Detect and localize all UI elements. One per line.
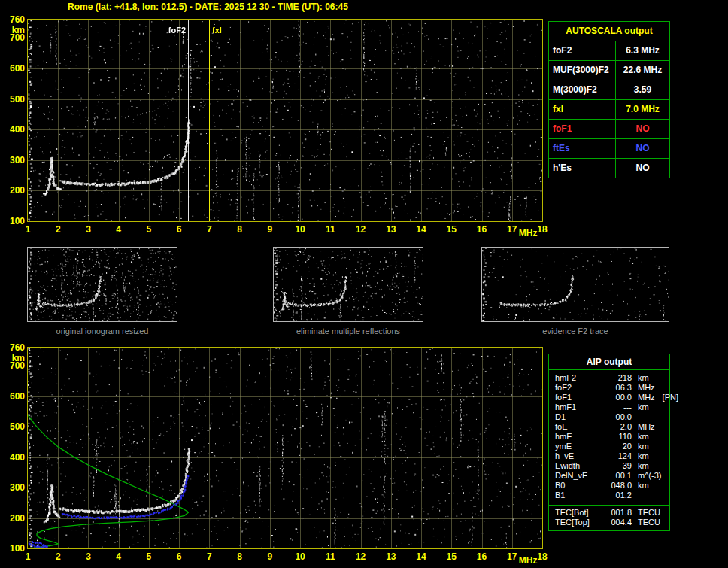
thumbnail-f2-trace-canvas [482,248,669,321]
y-tick-label: 300 [2,482,25,493]
aip-row-unit: TECU [632,508,668,518]
x-tick-label: 5 [147,551,152,562]
aip-row-unit: km [632,373,668,383]
autoscala-output-table: AUTOSCALA output foF26.3 MHzMUF(3000)F22… [548,21,670,178]
x-tick-label: 8 [237,551,242,562]
aip-output-panel: AIP output hmF2218kmfoF206.3MHzfoF100.0M… [548,354,670,531]
y-tick-label: 760 [2,14,25,25]
aip-row-foF2: foF206.3MHz [555,383,668,393]
aip-row-unit: m^(-3) [632,471,668,481]
x-tick-label: 17 [507,224,517,235]
aip-row-label: hmF2 [555,373,603,383]
x-tick-label: 16 [477,224,487,235]
x-tick-label: 13 [386,551,396,562]
x-tick-label: 6 [177,224,182,235]
autoscala-row-M(3000)F2: M(3000)F23.59 [549,80,669,99]
aip-row-unit: MHz [632,422,668,432]
aip-row-value: 110 [603,432,632,442]
thumbnail-f2-trace [481,247,669,322]
aip-row-value: 39 [603,461,632,471]
autoscala-row-value: 6.3 MHz [616,41,669,60]
ionogram-canvas-main [28,20,542,221]
aip-row-DelN_vE: DelN_vE00.1m^(-3) [555,471,668,481]
ionogram-plot-aip: 760700600500400300200100km12345678910111… [27,347,543,549]
aip-row-h_vE: h_vE124km [555,451,668,461]
autoscala-row-value: NO [616,159,669,178]
x-tick-label: 18 [537,224,547,235]
aip-row-Ewidth: Ewidth39km [555,461,668,471]
y-tick-label: 500 [2,94,25,105]
aip-row-TEC[Bot]: TEC[Bot]001.8TECU [555,508,668,518]
aip-row-unit: km [632,451,668,461]
aip-row-label: ymE [555,442,603,451]
aip-row-label: hmF1 [555,402,603,412]
y-tick-label: 200 [2,513,25,524]
autoscala-row-value: 22.6 MHz [616,61,669,80]
aip-row-value: 218 [603,373,632,383]
x-tick-label: 5 [147,224,152,235]
aip-row-label: D1 [555,412,603,422]
x-tick-label: 11 [326,551,335,562]
autoscala-row-value: 3.59 [616,80,669,99]
x-tick-label: 3 [86,551,91,562]
aip-row-foF1: foF100.0MHz[PN] [555,393,668,402]
aip-row-foE: foE2.0MHz [555,422,668,432]
y-axis-unit-label: km [2,25,25,35]
x-tick-label: 13 [386,224,396,235]
aip-row-label: h_vE [555,451,603,461]
x-tick-label: 2 [56,224,61,235]
aip-row-unit: TECU [632,518,668,527]
y-tick-label: 400 [2,124,25,135]
autoscala-row-label: foF1 [549,120,615,138]
aip-row-value: 00.1 [603,471,632,481]
aip-row-B0: B0048.0km [555,481,668,491]
x-axis-unit-label: MHz [519,555,538,566]
aip-row-unit: km [632,481,668,491]
aip-row-label: Ewidth [555,461,603,471]
aip-row-hmF2: hmF2218km [555,373,668,383]
x-tick-label: 3 [86,224,91,235]
y-tick-label: 100 [2,216,25,226]
aip-row-label: B0 [555,481,603,491]
aip-row-unit: MHz[PN] [632,393,678,402]
autoscala-row-label: ftEs [549,139,615,158]
autoscala-row-foF2: foF26.3 MHz [549,41,669,60]
x-tick-label: 12 [356,224,366,235]
x-tick-label: 4 [116,224,121,235]
x-tick-label: 9 [268,224,273,235]
ionogram-plot-main: 760700600500400300200100km12345678910111… [27,19,543,222]
station-date-title: Rome (lat: +41.8, lon: 012.5) - DATE: 20… [68,2,348,12]
aip-row-value: 20 [603,442,632,451]
aip-row-label: foF1 [555,393,603,402]
y-tick-label: 100 [2,543,25,554]
x-tick-label: 7 [207,551,212,562]
aip-row-hmE: hmE110km [555,432,668,442]
autoscala-row-h'Es: h'EsNO [549,159,669,178]
autoscala-row-label: h'Es [549,159,615,178]
aip-row-unit: km [632,461,668,471]
x-tick-label: 4 [116,551,121,562]
aip-row-hmF1: hmF1---km [555,402,668,412]
thumbnail-original-ionogram [27,247,177,322]
y-tick-label: 600 [2,391,25,402]
y-tick-label: 500 [2,421,25,432]
x-tick-label: 16 [477,551,487,562]
x-tick-label: 15 [447,551,457,562]
y-tick-label: 400 [2,452,25,463]
x-tick-label: 11 [326,224,335,235]
x-tick-label: 18 [537,551,547,562]
thumbnail-no-multiples-canvas [274,248,423,321]
aip-row-value: 2.0 [603,422,632,432]
x-tick-label: 10 [295,224,305,235]
autoscala-row-value: NO [616,139,669,158]
autoscala-row-value: NO [616,120,669,138]
x-tick-label: 8 [237,224,242,235]
autoscala-row-label: fxI [549,100,615,119]
x-tick-label: 1 [26,551,31,562]
x-tick-label: 17 [507,551,517,562]
autoscala-table-title: AUTOSCALA output [549,22,669,41]
aip-row-unit [632,491,668,500]
autoscala-row-fxI: fxI7.0 MHz [549,100,669,119]
aip-row-value: 004.4 [603,518,632,527]
x-axis-unit-label: MHz [519,228,538,238]
